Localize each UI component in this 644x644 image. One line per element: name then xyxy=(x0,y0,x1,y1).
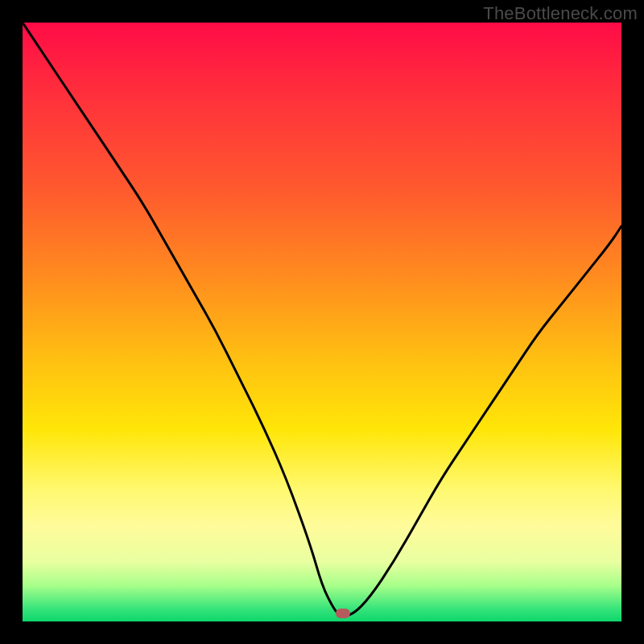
optimal-point-marker xyxy=(336,609,350,618)
watermark-text: TheBottleneck.com xyxy=(483,3,638,24)
plot-area xyxy=(23,23,621,621)
bottleneck-curve xyxy=(23,23,621,616)
curve-layer xyxy=(23,23,621,621)
chart-frame: TheBottleneck.com xyxy=(0,0,644,644)
